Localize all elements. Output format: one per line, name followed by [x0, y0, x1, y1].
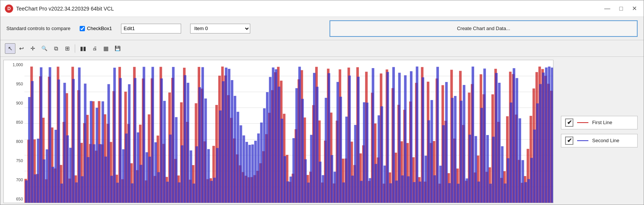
svg-rect-209 [87, 157, 89, 203]
edit1-input[interactable] [121, 24, 181, 33]
maximize-button[interactable]: □ [617, 5, 625, 12]
checkbox1-label: CheckBox1 [87, 26, 112, 31]
svg-rect-247 [198, 87, 201, 203]
main-window: D TeeChart Pro v2022.34.220329 64bit VCL… [0, 0, 644, 205]
close-button[interactable]: ✕ [630, 5, 639, 12]
legend-item-second-line: ✔ Second Line [561, 134, 638, 147]
svg-rect-322 [419, 182, 421, 203]
svg-rect-226 [137, 132, 139, 203]
svg-rect-351 [504, 184, 506, 203]
svg-rect-220 [119, 78, 122, 203]
svg-rect-248 [201, 67, 204, 203]
svg-rect-336 [460, 101, 463, 203]
svg-rect-366 [548, 67, 550, 203]
svg-rect-305 [369, 178, 372, 203]
svg-rect-219 [116, 183, 119, 203]
svg-rect-222 [125, 134, 128, 203]
item-dropdown[interactable]: Item 0 Item 1 Item 2 [190, 24, 250, 33]
svg-rect-267 [257, 134, 260, 203]
svg-rect-300 [354, 125, 357, 203]
svg-rect-221 [122, 149, 125, 203]
svg-rect-224 [131, 184, 133, 203]
svg-rect-343 [481, 108, 483, 203]
svg-rect-348 [495, 73, 498, 203]
svg-rect-280 [295, 88, 298, 203]
svg-rect-242 [184, 75, 186, 203]
svg-rect-344 [483, 68, 486, 203]
svg-rect-246 [195, 146, 198, 203]
move-tool-button[interactable]: ✛ [27, 43, 38, 54]
svg-rect-294 [337, 82, 339, 203]
svg-rect-251 [210, 181, 213, 203]
svg-rect-289 [322, 175, 324, 203]
minimize-button[interactable]: — [602, 5, 612, 12]
svg-rect-277 [287, 181, 289, 203]
svg-rect-189 [28, 97, 31, 203]
undo-tool-button[interactable]: ↩ [16, 43, 27, 54]
svg-rect-284 [307, 182, 310, 203]
legend-checkbox-first-line[interactable]: ✔ [565, 118, 573, 127]
svg-rect-331 [445, 82, 448, 203]
svg-rect-261 [240, 125, 242, 203]
svg-rect-202 [66, 135, 69, 203]
copy-tool-button[interactable]: ⧉ [51, 43, 61, 54]
svg-rect-320 [413, 182, 416, 203]
svg-rect-256 [225, 68, 228, 203]
zoom-tool-button[interactable]: 🔍 [39, 43, 50, 54]
svg-rect-325 [428, 120, 430, 203]
chart-container: 1,000 950 900 850 800 750 700 650 [3, 60, 553, 203]
bar-chart-tool-button[interactable]: ▮▮ [77, 43, 89, 54]
svg-rect-346 [489, 184, 492, 203]
svg-rect-200 [60, 184, 63, 203]
svg-rect-337 [463, 85, 466, 203]
svg-rect-225 [134, 78, 136, 203]
create-chart-button[interactable]: Create Chart and Data... [330, 20, 638, 37]
checkbox1[interactable] [80, 26, 85, 31]
svg-rect-237 [169, 135, 172, 203]
save-tool-button[interactable]: 💾 [112, 43, 123, 54]
svg-rect-210 [90, 101, 92, 203]
svg-rect-307 [375, 164, 377, 203]
controls-label: Standard controls to compare [6, 26, 71, 31]
controls-row: Standard controls to compare CheckBox1 I… [0, 17, 644, 40]
svg-rect-353 [510, 103, 512, 203]
print-tool-button[interactable]: 🖨 [89, 43, 100, 54]
svg-rect-329 [439, 166, 442, 203]
svg-rect-249 [204, 99, 207, 203]
svg-rect-291 [328, 73, 330, 203]
svg-rect-271 [269, 77, 272, 203]
svg-rect-355 [516, 78, 518, 203]
svg-rect-330 [442, 125, 445, 203]
svg-rect-239 [175, 117, 178, 203]
svg-rect-192 [37, 139, 39, 203]
extra-tool-button[interactable]: ⊞ [62, 43, 73, 54]
checkbox1-group: CheckBox1 [80, 26, 112, 31]
y-label-850: 850 [4, 120, 23, 125]
svg-rect-354 [513, 68, 516, 203]
svg-rect-279 [292, 138, 295, 203]
chart-area: 1,000 950 900 850 800 750 700 650 ✔ Firs… [0, 57, 644, 205]
svg-rect-356 [519, 118, 521, 203]
svg-rect-304 [366, 103, 369, 203]
svg-rect-232 [154, 142, 157, 203]
svg-rect-250 [207, 149, 210, 203]
svg-rect-285 [310, 135, 313, 203]
svg-rect-264 [248, 145, 251, 203]
svg-rect-215 [104, 156, 107, 203]
svg-rect-302 [360, 181, 363, 203]
preview-tool-button[interactable]: ▦ [101, 43, 111, 54]
svg-rect-218 [113, 68, 116, 203]
legend-box: ✔ First Line ✔ Second Line [558, 60, 641, 203]
svg-rect-335 [457, 184, 460, 203]
cursor-tool-button[interactable]: ↖ [5, 43, 15, 54]
svg-rect-212 [96, 108, 98, 203]
svg-rect-288 [319, 162, 322, 203]
legend-label-first-line: First Line [592, 120, 612, 125]
svg-rect-340 [472, 67, 474, 203]
svg-rect-227 [140, 165, 142, 203]
legend-checkbox-second-line[interactable]: ✔ [565, 137, 573, 145]
svg-rect-275 [281, 119, 283, 203]
svg-rect-313 [392, 67, 395, 203]
svg-rect-308 [378, 115, 380, 203]
svg-rect-287 [316, 87, 319, 203]
